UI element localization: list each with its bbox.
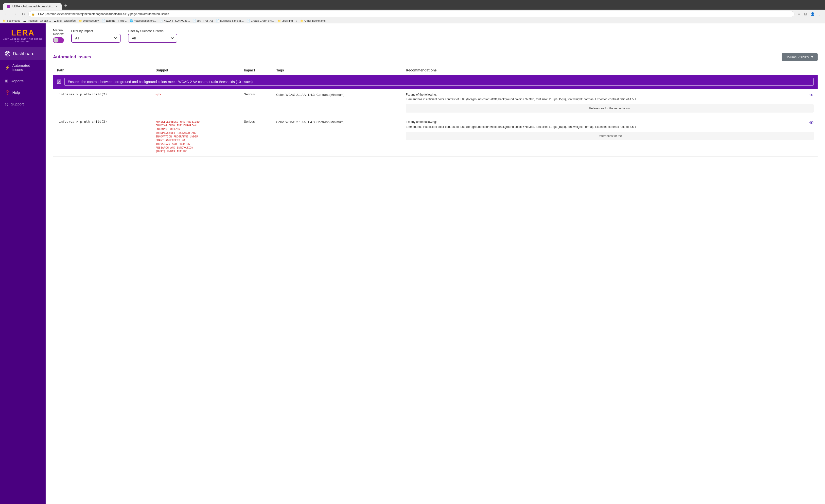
toolbar-icons: ☆ ⊡ 👤 ⋮ [797,12,823,16]
manual-review-group: ManualReview [53,28,64,43]
app-container: LERA YOUR ACCESSIBILITY REPORTING EXPERI… [0,23,825,504]
svg-point-1 [7,53,8,54]
issues-title: Automated Issues [53,55,91,60]
references-label-1: References for the remediation: [589,107,630,110]
automated-issues-icon: ⚡ [5,65,10,70]
impact-filter-label: Filter by Impact [71,29,121,33]
snippet-cell: <p> [152,89,240,116]
view-icon[interactable]: 👁 [809,93,814,98]
logo-subtitle: YOUR ACCESSIBILITY REPORTING EXPERIENCE [2,38,43,43]
tags-cell: Color, WCAG 2.1 AA, 1.4.3: Contrast (Min… [272,89,402,116]
bookmark-business[interactable]: 📄 Business Simulati... [216,19,244,22]
new-tab-btn[interactable]: + [62,2,111,10]
logo-text: LERA [2,28,43,37]
path-value: .infoarea > p:nth-child(2) [57,92,107,96]
view-icon-2[interactable]: 👁 [809,120,814,125]
sidebar-item-automated-issues-label: Automated Issues [12,63,41,72]
impact-filter-select[interactable]: All Critical Serious Moderate Minor [71,34,121,43]
bookmark-creategraph[interactable]: 📄 Create Graph onli... [247,19,275,22]
checkbox-checkmark-icon: ✓ [58,80,61,84]
table-row: .infoarea > p:nth-child(2) <p> Serious C… [53,89,818,116]
impact-cell-2: Serious [240,116,272,157]
success-criteria-select[interactable]: All [128,34,177,43]
issue-group-label: Ensures the contrast between foreground … [64,78,814,86]
impact-filter-group: Filter by Impact All Critical Serious Mo… [71,29,121,43]
dashboard-label: Dashboard [13,51,34,57]
bookmarks-bar: 📁 Bookmarks ☁ Predmeti - OneDri... ☁ Мој… [0,18,825,23]
sidebar-item-support-label: Support [11,102,24,106]
star-icon[interactable]: ☆ [797,12,802,16]
help-icon: ❓ [5,90,10,95]
issue-group-checkbox[interactable]: ✓ [57,80,61,84]
issues-header: Automated Issues Column Visibility ▼ [53,53,818,61]
snippet-value: <p> [156,93,161,96]
sidebar-item-help-label: Help [12,90,20,95]
bookmark-upskilling[interactable]: 📁 upskilling [278,19,293,22]
path-cell-2: .infoarea > p:nth-child(3) [53,116,152,157]
sidebar: LERA YOUR ACCESSIBILITY REPORTING EXPERI… [0,23,46,504]
lock-icon: 🔒 [31,13,35,16]
bookmark-eveng[interactable]: EVE-ng [204,19,213,22]
bookmark-other[interactable]: 📁 Other Bookmarks [300,19,325,22]
issue-group-row: ✓ Ensures the contrast between foregroun… [53,75,818,89]
tags-value-2: Color, WCAG 2.1 AA, 1.4.3: Contrast (Min… [276,120,344,124]
path-value-2: .infoarea > p:nth-child(3) [57,120,107,123]
col-tags: Tags [272,66,402,75]
back-btn[interactable]: ← [2,11,9,17]
forward-btn[interactable]: → [11,11,18,17]
bookmark-more[interactable]: » [296,19,297,22]
rec-container-2: Fix any of the following:Element has ins… [406,120,814,129]
recommendations-cell: Fix any of the following:Element has ins… [402,89,818,116]
browser-chrome: LERA - Automated Accessibili... ✕ + [0,0,825,10]
tab-favicon [7,5,10,8]
snippet-value-2: <p>SKILLS4EOSC HAS RECEIVED FUNDING FROM… [156,120,200,153]
issue-group-cell: ✓ Ensures the contrast between foregroun… [53,75,818,89]
bookmark-predmeti[interactable]: ☁ Predmeti - OneDri... [23,19,51,22]
recommendations-cell-2: Fix any of the following:Element has ins… [402,116,818,157]
sidebar-item-support[interactable]: ◎ Support [0,98,46,110]
bookmark-telekabel[interactable]: ☁ Мој Телекабел [54,19,76,22]
col-snippet: Snippet [152,66,240,75]
tab-close-btn[interactable]: ✕ [56,5,58,8]
support-icon: ◎ [5,102,8,106]
references-box-2: References for the [406,132,814,140]
issues-table: Path Snippet Impact Tags Recommendations [53,66,818,157]
column-visibility-btn[interactable]: Column Visibility ▼ [781,53,818,61]
profile-icon[interactable]: 👤 [810,12,816,16]
extensions-icon[interactable]: ⊡ [803,12,808,16]
tags-value: Color, WCAG 2.1 AA, 1.4.3: Contrast (Min… [276,93,344,97]
browser-tabs: LERA - Automated Accessibili... ✕ + [3,2,822,10]
menu-icon[interactable]: ⋮ [817,12,823,16]
bookmark-cirt[interactable]: 📄 cirt [193,19,201,22]
manual-review-toggle[interactable] [53,37,64,43]
rec-container: Fix any of the following:Element has ins… [406,92,814,102]
bookmark-nozdr[interactable]: 📄 NoZDR - КОЛХОЗ3... [159,19,190,22]
reload-btn[interactable]: ↻ [20,11,26,17]
dashboard-icon [5,51,10,57]
active-tab[interactable]: LERA - Automated Accessibili... ✕ [3,3,62,10]
success-criteria-filter-group: Filter by Success Criteria All [128,29,177,43]
table-row: .infoarea > p:nth-child(3) <p>SKILLS4EOS… [53,116,818,157]
tags-cell-2: Color, WCAG 2.1 AA, 1.4.3: Contrast (Min… [272,116,402,157]
main-content: ManualReview Filter by Impact All Critic… [46,23,825,504]
issue-group-content: ✓ Ensures the contrast between foregroun… [57,78,814,86]
sidebar-dashboard-item[interactable]: Dashboard [0,48,46,60]
address-text: LERA | chrome-extension://neninfnjnhknni… [36,12,169,16]
sidebar-item-help[interactable]: ❓ Help [0,87,46,98]
rec-text-value: Fix any of the following:Element has ins… [406,92,807,102]
manual-review-label: ManualReview [53,28,64,36]
sidebar-item-reports[interactable]: ⊞ Reports [0,75,46,87]
issues-section: Automated Issues Column Visibility ▼ Pat… [46,48,825,162]
bookmark-bookmarks[interactable]: 📁 Bookmarks [2,19,20,22]
bookmark-cybersecurity[interactable]: 📁 cybersecurity [79,19,99,22]
filter-bar: ManualReview Filter by Impact All Critic… [46,23,825,48]
bookmark-denica[interactable]: 📄 Деница – Петр... [102,19,127,22]
sidebar-item-automated-issues[interactable]: ⚡ Automated Issues [0,60,46,75]
column-visibility-chevron-icon: ▼ [811,55,814,59]
sidebar-item-reports-label: Reports [11,79,24,83]
impact-cell: Serious [240,89,272,116]
address-bar[interactable]: 🔒 LERA | chrome-extension://neninfnjnhkn… [28,11,795,17]
rec-text-value-2: Fix any of the following:Element has ins… [406,120,807,129]
bookmark-mapequation[interactable]: 🌐 mapequation.org... [130,19,156,22]
col-impact: Impact [240,66,272,75]
